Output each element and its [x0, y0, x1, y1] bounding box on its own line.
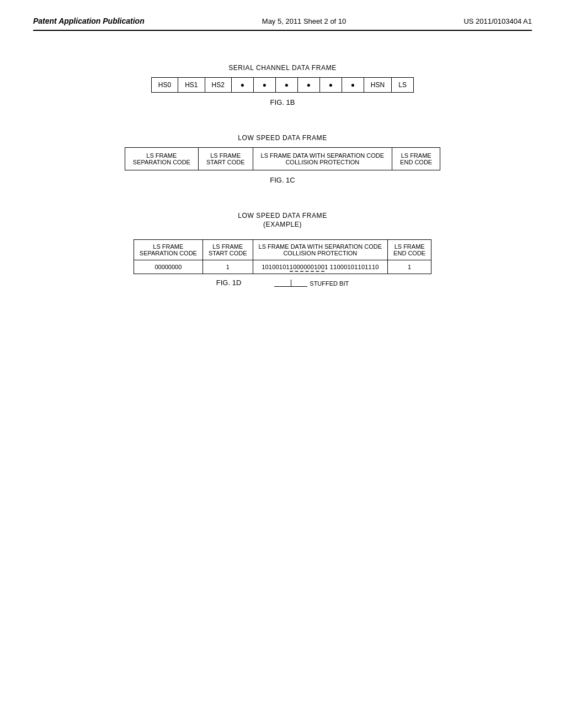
cell-dot4: ● [297, 78, 319, 93]
fig1c-label: FIG. 1C [33, 176, 532, 184]
cell-hsn: HSN [364, 78, 391, 93]
fig1d-label: FIG. 1D [216, 279, 242, 287]
fig1c-col1-header: LS FRAMESEPARATION CODE [125, 148, 198, 170]
fig1d-data-end: 1 [388, 260, 431, 274]
fig1c-section: LOW SPEED DATA FRAME LS FRAMESEPARATION … [33, 134, 532, 184]
cell-dot6: ● [342, 78, 364, 93]
publication-date-sheet: May 5, 2011 Sheet 2 of 10 [262, 17, 347, 25]
cell-ls: LS [392, 78, 414, 93]
publication-title: Patent Application Publication [33, 17, 145, 25]
fig1d-data-start: 1 [202, 260, 253, 274]
cell-dot5: ● [319, 78, 342, 93]
stuffed-bit-label: STUFFED BIT [310, 280, 349, 287]
stuffed-bit-annotation: STUFFED BIT [274, 280, 349, 287]
serial-frame-table: HS0 HS1 HS2 ● ● ● ● ● ● HSN LS [151, 77, 414, 93]
publication-number: US 2011/0103404 A1 [463, 17, 532, 25]
cell-dot2: ● [253, 78, 275, 93]
cell-hs0: HS0 [151, 78, 178, 93]
fig1b-section: SERIAL CHANNEL DATA FRAME HS0 HS1 HS2 ● … [33, 64, 532, 106]
cell-hs1: HS1 [178, 78, 205, 93]
fig1d-data-separation: 00000000 [134, 260, 202, 274]
fig1b-label: FIG. 1B [33, 98, 532, 106]
fig1b-title: SERIAL CHANNEL DATA FRAME [33, 64, 532, 72]
fig1d-data-body: 1010010110000001001 11000101101110 [253, 260, 388, 274]
cell-dot3: ● [275, 78, 297, 93]
page: Patent Application Publication May 5, 20… [0, 0, 565, 728]
fig1d-col4-header: LS FRAMEEND CODE [388, 240, 431, 260]
fig1c-col2-header: LS FRAMESTART CODE [198, 148, 253, 170]
fig1c-table: LS FRAMESEPARATION CODE LS FRAMESTART CO… [125, 147, 440, 170]
fig1d-table: LS FRAMESEPARATION CODE LS FRAMESTART CO… [134, 239, 431, 274]
fig1d-title-line1: LOW SPEED DATA FRAME [33, 212, 532, 220]
fig1d-title-line2: (EXAMPLE) [33, 221, 532, 228]
page-header: Patent Application Publication May 5, 20… [33, 17, 532, 31]
fig1d-annotation-row: FIG. 1D STUFFED BIT [33, 279, 532, 287]
fig1c-title: LOW SPEED DATA FRAME [33, 134, 532, 142]
cell-dot1: ● [231, 78, 253, 93]
fig1d-section: LOW SPEED DATA FRAME (EXAMPLE) LS FRAMES… [33, 212, 532, 287]
fig1c-col3-header: LS FRAME DATA WITH SEPARATION CODECOLLIS… [253, 148, 392, 170]
fig1d-col2-header: LS FRAMESTART CODE [202, 240, 253, 260]
fig1c-col4-header: LS FRAMEEND CODE [392, 148, 440, 170]
fig1d-col1-header: LS FRAMESEPARATION CODE [134, 240, 202, 260]
fig1d-col3-header: LS FRAME DATA WITH SEPARATION CODECOLLIS… [253, 240, 388, 260]
cell-hs2: HS2 [205, 78, 231, 93]
